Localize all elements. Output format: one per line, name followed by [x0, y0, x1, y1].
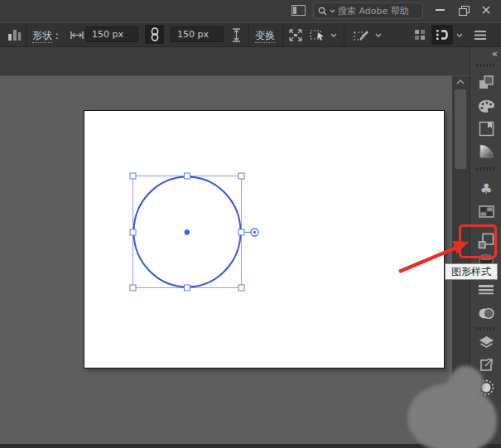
- transform-link[interactable]: 变换: [255, 29, 275, 43]
- color-palette-icon[interactable]: [477, 97, 495, 115]
- panel-overlapping-squares-icon[interactable]: [477, 74, 495, 92]
- separator: [282, 22, 283, 47]
- chevron-down-icon: [330, 9, 335, 13]
- width-icon: [70, 31, 84, 39]
- export-icon[interactable]: [477, 356, 495, 374]
- search-icon: [318, 7, 327, 16]
- width-input[interactable]: 150 px: [85, 26, 138, 42]
- artboards-grid-icon[interactable]: [477, 202, 495, 220]
- symbols-icon[interactable]: ♣: [477, 180, 495, 198]
- fit-arrows-icon[interactable]: [288, 28, 303, 42]
- minimize-icon: [436, 9, 445, 11]
- document-tab-strip: [0, 47, 501, 76]
- scroll-up-icon[interactable]: [456, 79, 465, 84]
- dock-grip[interactable]: [476, 167, 496, 171]
- scrollbar-thumb[interactable]: [455, 89, 466, 169]
- style-brush-icon[interactable]: [354, 28, 370, 42]
- search-placeholder: 搜索 Adobe 帮助: [338, 5, 409, 17]
- chevron-down-icon[interactable]: [330, 33, 337, 37]
- separator: [344, 22, 344, 47]
- chevron-down-icon[interactable]: [375, 33, 382, 37]
- shape-section-label[interactable]: 形状 :: [32, 29, 59, 43]
- align-to-selection-button[interactable]: [431, 25, 453, 45]
- stroke-lines-icon[interactable]: [477, 281, 495, 299]
- align-grid-icon[interactable]: [414, 29, 426, 41]
- annotation-arrow: [371, 234, 479, 280]
- title-bar: 搜索 Adobe 帮助: [0, 0, 501, 22]
- height-input[interactable]: 150 px: [171, 26, 224, 42]
- close-button[interactable]: [475, 2, 498, 18]
- window-controls: [428, 2, 498, 18]
- separator: [26, 22, 26, 47]
- isolate-selection-icon[interactable]: [310, 28, 326, 42]
- search-box[interactable]: 搜索 Adobe 帮助: [313, 2, 423, 19]
- control-bar: 形状 : 150 px 150 px 变换: [0, 22, 501, 47]
- chevron-down-icon[interactable]: [456, 33, 463, 37]
- center-point[interactable]: [185, 229, 190, 234]
- chart-bars-icon: [7, 28, 22, 41]
- live-shape-widget-dot: [253, 231, 257, 234]
- selected-circle-shape[interactable]: [124, 170, 265, 294]
- transparency-icon[interactable]: [477, 304, 495, 322]
- align-to-glyph-icon: [435, 28, 450, 41]
- dock-grip[interactable]: [476, 64, 496, 67]
- separator: [248, 22, 249, 47]
- minimize-button[interactable]: [428, 2, 451, 18]
- swatches-icon[interactable]: [477, 119, 495, 137]
- constrain-proportions-button[interactable]: [145, 25, 164, 44]
- close-icon: [482, 6, 490, 14]
- restore-icon: [459, 6, 468, 14]
- illustrator-window: 搜索 Adobe 帮助 形状 : 150 px: [0, 0, 501, 448]
- dock-grip[interactable]: [476, 327, 496, 330]
- chain-link-icon: [150, 27, 160, 41]
- height-icon: [233, 28, 240, 42]
- gradient-icon[interactable]: [477, 142, 495, 160]
- collapse-panels-button[interactable]: «: [492, 49, 497, 59]
- arrange-documents-icon[interactable]: [291, 5, 306, 16]
- restore-button[interactable]: [451, 2, 475, 18]
- layers-icon[interactable]: [477, 333, 495, 351]
- menu-lines-icon[interactable]: [475, 31, 486, 40]
